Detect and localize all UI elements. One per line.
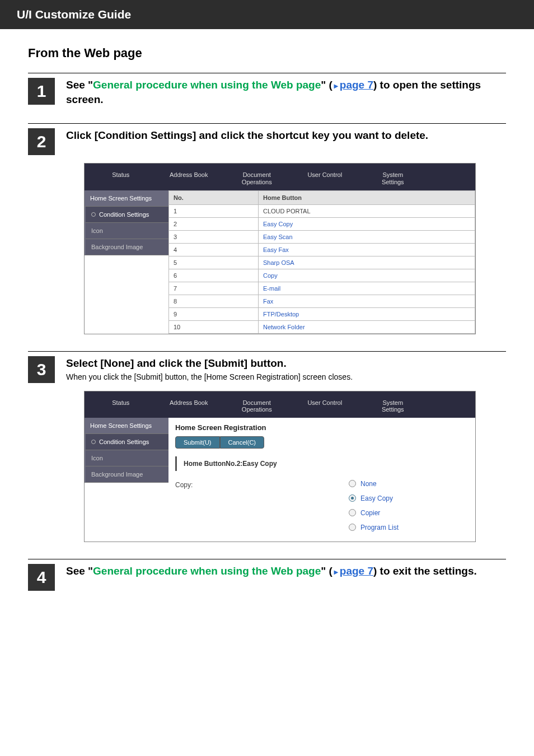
copy-label: Copy:: [175, 477, 254, 535]
tri-icon: ►: [332, 82, 340, 90]
tab-status[interactable]: Status: [88, 167, 154, 190]
sidebar-item-condition-settings[interactable]: Condition Settings: [85, 207, 168, 223]
link-general-procedure[interactable]: General procedure when using the Web pag…: [93, 79, 321, 91]
step-heading: Select [None] and click the [Submit] but…: [66, 356, 506, 371]
tab-system-settings[interactable]: System Settings: [360, 395, 426, 418]
sidebar-title[interactable]: Home Screen Settings: [85, 418, 168, 434]
tab-user-control[interactable]: User Control: [292, 395, 358, 418]
radio-program-list[interactable]: Program List: [349, 520, 469, 535]
step-number: 4: [28, 564, 55, 591]
table-row[interactable]: 10Network Folder: [169, 320, 475, 333]
table-row[interactable]: 3Easy Scan: [169, 230, 475, 243]
cancel-button[interactable]: Cancel(C): [220, 436, 265, 449]
sidebar-title[interactable]: Home Screen Settings: [85, 190, 168, 207]
table-row[interactable]: 6Copy: [169, 269, 475, 282]
step-number: 1: [28, 78, 55, 105]
radio-copier[interactable]: Copier: [349, 506, 469, 520]
submit-button[interactable]: Submit(U): [175, 436, 220, 449]
tab-user-control[interactable]: User Control: [292, 167, 358, 190]
radio-none[interactable]: None: [349, 477, 469, 491]
tab-bar: Status Address Book Document Operations …: [85, 391, 475, 418]
sidebar-item-icon[interactable]: Icon: [85, 450, 168, 466]
table-row[interactable]: 7E-mail: [169, 282, 475, 295]
tab-address-book[interactable]: Address Book: [156, 395, 222, 418]
doc-title: U/I Customize Guide: [17, 8, 131, 21]
radio-icon: [349, 509, 356, 516]
table-row[interactable]: 2Easy Copy: [169, 217, 475, 230]
step-2: 2 Click [Condition Settings] and click t…: [28, 123, 506, 334]
registration-title: Home Screen Registration: [168, 418, 475, 436]
tab-address-book[interactable]: Address Book: [156, 167, 222, 190]
group-heading: Home ButtonNo.2:Easy Copy: [175, 456, 469, 471]
step-3: 3 Select [None] and click the [Submit] b…: [28, 351, 506, 542]
link-page-7[interactable]: page 7: [340, 79, 373, 91]
table-row[interactable]: 8Fax: [169, 295, 475, 307]
table-row[interactable]: 1CLOUD PORTAL: [169, 204, 475, 217]
link-general-procedure[interactable]: General procedure when using the Web pag…: [93, 565, 321, 577]
step-number: 3: [28, 356, 55, 383]
home-button-table: No. Home Button 1CLOUD PORTAL 2Easy Copy…: [168, 190, 475, 334]
tri-icon: ►: [332, 568, 340, 576]
doc-header: U/I Customize Guide: [0, 0, 534, 29]
step-heading: See "General procedure when using the We…: [66, 78, 506, 106]
table-row[interactable]: 4Easy Fax: [169, 243, 475, 256]
radio-easy-copy[interactable]: Easy Copy: [349, 491, 469, 506]
section-title: From the Web page: [28, 46, 506, 60]
step-heading: See "General procedure when using the We…: [66, 564, 506, 578]
col-no: No.: [169, 190, 259, 204]
sidebar: Home Screen Settings Condition Settings …: [85, 190, 168, 334]
sidebar-item-icon[interactable]: Icon: [85, 223, 168, 239]
table-row[interactable]: 5Sharp OSA: [169, 256, 475, 269]
tab-status[interactable]: Status: [88, 395, 154, 418]
step-4: 4 See "General procedure when using the …: [28, 559, 506, 591]
sidebar-item-condition-settings[interactable]: Condition Settings: [85, 434, 168, 450]
tab-system-settings[interactable]: System Settings: [360, 167, 426, 190]
screenshot-home-screen-registration: Status Address Book Document Operations …: [84, 391, 476, 542]
sidebar-item-background-image[interactable]: Background Image: [85, 466, 168, 483]
link-page-7[interactable]: page 7: [340, 565, 373, 577]
radio-group: None Easy Copy Copier Program List: [349, 477, 469, 535]
tab-document-operations[interactable]: Document Operations: [224, 395, 290, 418]
step-1: 1 See "General procedure when using the …: [28, 73, 506, 106]
radio-icon: [349, 524, 356, 531]
sidebar: Home Screen Settings Condition Settings …: [85, 418, 168, 542]
tab-bar: Status Address Book Document Operations …: [85, 164, 475, 190]
radio-icon: [349, 494, 356, 502]
screenshot-condition-settings: Status Address Book Document Operations …: [84, 163, 476, 334]
col-home-button: Home Button: [259, 190, 475, 204]
step-subtext: When you click the [Submit] button, the …: [66, 372, 506, 381]
tab-document-operations[interactable]: Document Operations: [224, 167, 290, 190]
sidebar-item-background-image[interactable]: Background Image: [85, 239, 168, 255]
radio-icon: [349, 480, 356, 487]
step-heading: Click [Condition Settings] and click the…: [66, 128, 506, 143]
step-number: 2: [28, 128, 55, 155]
table-row[interactable]: 9FTP/Desktop: [169, 307, 475, 320]
